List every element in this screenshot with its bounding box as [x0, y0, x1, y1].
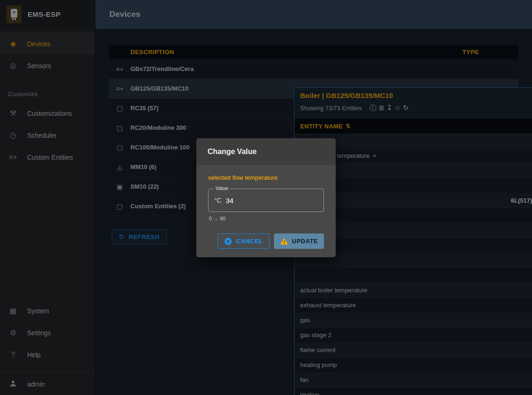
dialog-title: Change Value: [196, 138, 336, 165]
entity-label: selected flow temperature: [208, 174, 324, 181]
update-button[interactable]: UPDATE: [274, 233, 324, 249]
change-value-dialog: Change Value selected flow temperature V…: [196, 138, 336, 257]
dialog-body: selected flow temperature Value °C 0 → 9…: [196, 165, 336, 257]
dialog-actions: CANCEL UPDATE: [208, 233, 324, 254]
warning-icon: [280, 237, 288, 246]
update-label: UPDATE: [292, 238, 318, 245]
app-root: Devices EMS-ESP ◈ Devices: [0, 0, 532, 395]
unit-adornment: °C: [214, 197, 222, 204]
cancel-label: CANCEL: [236, 238, 263, 245]
value-input[interactable]: [226, 197, 301, 205]
cancel-button[interactable]: CANCEL: [217, 233, 269, 249]
value-field: Value °C: [208, 189, 324, 212]
value-field-label: Value: [213, 185, 230, 191]
cancel-icon: [224, 237, 232, 246]
range-helper-text: 0 → 90: [209, 216, 324, 221]
